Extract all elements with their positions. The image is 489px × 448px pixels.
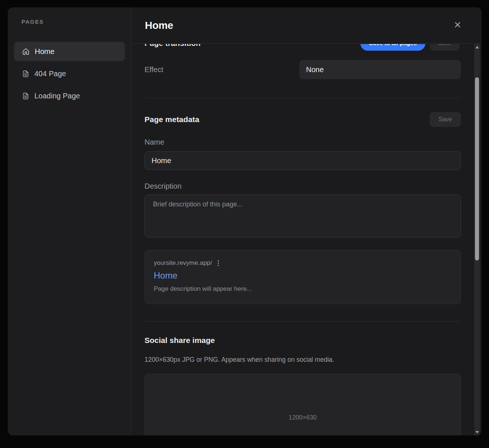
scroll-up-arrow-icon[interactable] bbox=[475, 46, 479, 48]
save-to-all-pages-button[interactable]: Save to all pages bbox=[360, 44, 425, 51]
scrollbar[interactable] bbox=[474, 44, 480, 435]
document-icon bbox=[22, 70, 29, 77]
social-image-placeholder: 1200×630 bbox=[289, 414, 317, 421]
search-preview-card: yoursite.revyme.app/ Home Page descripti… bbox=[145, 250, 461, 304]
kebab-menu-icon bbox=[217, 260, 219, 266]
document-icon bbox=[22, 92, 29, 100]
description-label: Description bbox=[145, 182, 461, 191]
page-transition-section-header: Page transition Save to all pages Save bbox=[145, 44, 461, 51]
scroll-down-arrow-icon[interactable] bbox=[475, 431, 479, 434]
metadata-save-button[interactable]: Save bbox=[429, 112, 461, 127]
settings-content: Page transition Save to all pages Save E… bbox=[132, 44, 482, 435]
name-label: Name bbox=[145, 138, 461, 146]
home-icon bbox=[22, 48, 30, 55]
sidebar-item-label: Loading Page bbox=[34, 92, 80, 100]
sidebar-item-404-page[interactable]: 404 Page bbox=[14, 64, 125, 83]
effect-row: Effect None bbox=[145, 60, 461, 79]
effect-label: Effect bbox=[145, 65, 163, 74]
sidebar-title: PAGES bbox=[21, 18, 125, 25]
pages-sidebar: PAGES Home404 PageLoading Page bbox=[8, 7, 132, 435]
page-metadata-heading: Page metadata bbox=[145, 115, 199, 124]
social-share-caption: 1200×630px JPG or PNG. Appears when shar… bbox=[145, 356, 461, 364]
page-metadata-section-header: Page metadata Save bbox=[145, 112, 461, 127]
close-icon bbox=[454, 21, 462, 30]
social-share-heading: Social share image bbox=[145, 336, 461, 345]
close-button[interactable] bbox=[454, 21, 462, 30]
panel-header: Home bbox=[132, 7, 482, 44]
settings-scroll-area[interactable]: Page transition Save to all pages Save E… bbox=[132, 44, 482, 435]
page-settings-modal: PAGES Home404 PageLoading Page Home Page… bbox=[8, 7, 482, 435]
preview-title-link[interactable]: Home bbox=[154, 270, 452, 281]
scrollbar-thumb[interactable] bbox=[475, 77, 479, 260]
pages-nav: Home404 PageLoading Page bbox=[14, 42, 125, 105]
section-divider bbox=[145, 321, 461, 321]
social-image-dropzone[interactable]: 1200×630 bbox=[145, 374, 461, 435]
settings-panel: Home Page transition Save to all pages S… bbox=[132, 7, 482, 435]
panel-title: Home bbox=[145, 20, 173, 31]
sidebar-item-label: 404 Page bbox=[34, 70, 66, 78]
name-input[interactable] bbox=[145, 151, 461, 170]
sidebar-item-label: Home bbox=[35, 47, 54, 56]
preview-url: yoursite.revyme.app/ bbox=[154, 259, 212, 267]
preview-description: Page description will appear here... bbox=[154, 285, 452, 293]
description-textarea[interactable] bbox=[145, 195, 461, 238]
sidebar-item-loading-page[interactable]: Loading Page bbox=[14, 86, 125, 105]
transition-save-button[interactable]: Save bbox=[430, 44, 459, 51]
section-divider bbox=[145, 98, 461, 98]
sidebar-item-home[interactable]: Home bbox=[14, 42, 125, 61]
effect-select[interactable]: None bbox=[299, 60, 461, 79]
page-transition-heading: Page transition bbox=[145, 44, 201, 48]
